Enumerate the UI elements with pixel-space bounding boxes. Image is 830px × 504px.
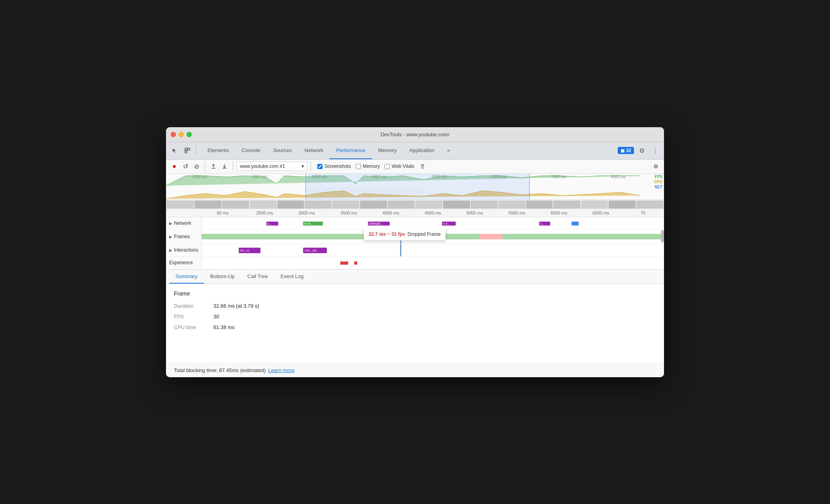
scroll-track: [661, 229, 664, 244]
frames-label[interactable]: ▶ Frames: [166, 229, 202, 244]
bottom-tabbar: Summary Bottom-Up Call Tree Event Log: [166, 270, 664, 284]
btab-summary[interactable]: Summary: [169, 269, 204, 284]
frames-content: 32.7 ms ~ 31 fps Dropped Frame: [202, 229, 664, 244]
upload-button[interactable]: [208, 161, 219, 171]
tab-application[interactable]: Application: [403, 142, 441, 159]
frames-track: ▶ Frames 32.7 ms ~ 31 fps: [166, 230, 664, 244]
network-content: v... vi vi... videopl... v v... v...: [202, 217, 664, 229]
tab-elements[interactable]: Elements: [201, 142, 235, 159]
window-title: DevTools - www.youtube.com/: [381, 132, 449, 137]
experience-track: Experience: [166, 257, 664, 269]
tabbar-actions: ▣ 32 ⚙ ⋮: [618, 145, 661, 156]
fps-row: FPS 30: [174, 314, 656, 320]
timeline-overview[interactable]: 1000 ms 2000 ms 3000 ms 4000 ms 5000 ms …: [166, 174, 664, 209]
svg-rect-1: [188, 148, 190, 150]
net-block-1: v...: [266, 222, 278, 226]
overview-labels: FPS CPU NET: [654, 175, 662, 189]
devtools-window: DevTools - www.youtube.com/ Elements Con…: [166, 127, 664, 377]
svg-rect-0: [185, 148, 187, 150]
net-block-6: [572, 222, 579, 226]
clear-button[interactable]: [417, 161, 428, 171]
tab-console[interactable]: Console: [235, 142, 267, 159]
interactions-cursor: [400, 244, 401, 256]
web-vitals-checkbox[interactable]: Web Vitals: [385, 164, 414, 169]
screenshots-checkbox[interactable]: Screenshots: [317, 164, 351, 169]
net-block-4: v v...: [442, 222, 456, 226]
blocking-text: Total blocking time: 87.45ms (estimated): [174, 367, 266, 373]
network-expand-icon[interactable]: ▶: [169, 221, 172, 226]
tab-memory[interactable]: Memory: [372, 142, 403, 159]
svg-rect-2: [185, 151, 187, 153]
main-tabbar: Elements Console Sources Network Perform…: [166, 142, 664, 160]
memory-checkbox[interactable]: Memory: [356, 164, 380, 169]
recording-controls: ● ↺ ⊘: [169, 161, 202, 171]
screenshots-strip: [166, 199, 664, 209]
svg-rect-3: [306, 188, 425, 199]
network-track: ▶ Network v... vi vi... videopl... v v..…: [166, 217, 664, 230]
interaction-1: An...n: [239, 248, 260, 253]
detail-timeline: 00 ms 2500 ms 3000 ms 3500 ms 4000 ms 45…: [166, 209, 664, 269]
timeline-area: 1000 ms 2000 ms 3000 ms 4000 ms 5000 ms …: [166, 174, 664, 270]
network-label[interactable]: ▶ Network: [166, 217, 202, 229]
cpu-key: CPU time: [174, 324, 213, 330]
url-selector[interactable]: www.youtube.com #1 ▾: [236, 162, 307, 171]
interactions-label[interactable]: ▶ Interactions: [166, 244, 202, 256]
fps-label: FPS: [655, 175, 662, 179]
interactions-expand-icon[interactable]: ▶: [169, 248, 172, 252]
net-block-5: v...: [539, 222, 550, 226]
maximize-button[interactable]: [187, 132, 192, 137]
tab-sources[interactable]: Sources: [267, 142, 298, 159]
reload-record-button[interactable]: ↺: [180, 161, 191, 171]
pointer-icon[interactable]: [169, 145, 180, 156]
settings-icon[interactable]: ⚙: [636, 145, 647, 156]
experience-block-1: [340, 261, 348, 265]
cancel-button[interactable]: ⊘: [191, 161, 202, 171]
experience-label: Experience: [166, 257, 202, 269]
summary-panel: Frame Duration 32.66 ms (at 3.79 s) FPS …: [166, 284, 664, 363]
record-button[interactable]: ●: [169, 161, 179, 171]
experience-content: [202, 257, 664, 269]
btab-event-log[interactable]: Event Log: [274, 269, 310, 284]
fps-chart: [166, 174, 640, 188]
learn-more-link[interactable]: Learn more: [268, 367, 294, 373]
url-dropdown-icon: ▾: [302, 164, 304, 169]
toolbar-divider-1: [205, 162, 205, 171]
net-block-3: videopl...: [368, 222, 390, 226]
devtools-tabs: Elements Console Sources Network Perform…: [201, 142, 618, 159]
traffic-lights: [171, 132, 192, 137]
console-badge[interactable]: ▣ 32: [618, 147, 634, 154]
tab-performance[interactable]: Performance: [330, 142, 372, 159]
options-checkboxes: Screenshots Memory Web Vitals: [317, 164, 414, 169]
btab-call-tree[interactable]: Call Tree: [241, 269, 274, 284]
performance-toolbar: ● ↺ ⊘ www.youtube.com #1 ▾ Screenshots: [166, 160, 664, 174]
upload-download: [208, 161, 230, 171]
minimize-button[interactable]: [179, 132, 184, 137]
summary-title: Frame: [174, 290, 656, 297]
inspect-icon[interactable]: [182, 145, 193, 156]
capture-settings-icon[interactable]: ⚙: [651, 161, 661, 171]
download-button[interactable]: [219, 161, 230, 171]
net-block-2: vi vi...: [303, 222, 323, 226]
dropped-frame-tooltip: 32.7 ms ~ 31 fps Dropped Frame: [364, 229, 446, 241]
frames-expand-icon[interactable]: ▶: [169, 235, 172, 239]
btab-bottom-up[interactable]: Bottom-Up: [204, 269, 241, 284]
fps-key: FPS: [174, 314, 213, 320]
toolbar-divider-2: [233, 162, 233, 171]
tab-network[interactable]: Network: [298, 142, 330, 159]
tab-more[interactable]: »: [441, 142, 456, 159]
interactions-content: An...n Ani...on: [202, 244, 664, 256]
duration-key: Duration: [174, 303, 213, 309]
more-options-icon[interactable]: ⋮: [650, 145, 661, 156]
net-label: NET: [655, 185, 662, 189]
cpu-row: CPU time 61.38 ms: [174, 324, 656, 330]
blocking-bar: Total blocking time: 87.45ms (estimated)…: [166, 363, 664, 377]
cpu-label: CPU: [654, 180, 662, 184]
close-button[interactable]: [171, 132, 176, 137]
experience-block-2: [354, 261, 357, 265]
scroll-thumb[interactable]: [661, 230, 664, 242]
url-value: www.youtube.com #1: [240, 164, 285, 169]
tabbar-nav-icons: [169, 145, 198, 156]
toolbar-divider-3: [311, 162, 311, 171]
fps-val: 30: [213, 314, 219, 320]
tabbar-divider: [196, 146, 196, 155]
